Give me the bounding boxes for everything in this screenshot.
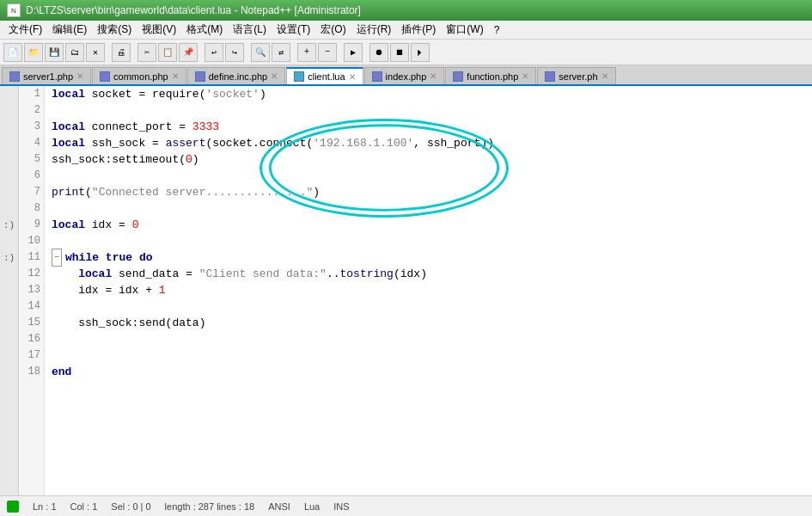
tab-close[interactable]: ✕ (522, 71, 528, 81)
code-line-16 (52, 331, 805, 347)
linenum-14: 14 (21, 298, 40, 315)
find-button[interactable]: 🔍 (251, 43, 270, 62)
code-line-1: local socket = require('socket') (52, 86, 805, 102)
tab-define-inc-php[interactable]: define.inc.php ✕ (187, 67, 286, 84)
tab-label: index.php (386, 71, 427, 82)
linenum-9: 9 (21, 217, 40, 233)
title-bar: N D:\LTZS\server\bin\gameworld\data\clie… (0, 0, 812, 21)
app-icon: N (7, 3, 21, 17)
linenum-18: 18 (21, 364, 40, 380)
tab-close[interactable]: ✕ (601, 71, 608, 81)
menu-search[interactable]: 搜索(S) (92, 21, 137, 39)
tab-close[interactable]: ✕ (172, 71, 179, 81)
tab-server1-php[interactable]: server1.php ✕ (2, 67, 91, 84)
margin-3 (0, 119, 19, 135)
code-line-3: local connect_port = 3333 (52, 119, 805, 135)
code-line-14 (52, 298, 805, 315)
line-numbers: 1 2 3 4 5 6 7 8 9 10 11 12 13 14 15 16 1… (19, 86, 45, 495)
linenum-11: 11 (21, 249, 40, 266)
margin-17 (0, 347, 19, 364)
open-button[interactable]: 📁 (24, 43, 43, 62)
record-button[interactable]: ⏺ (369, 43, 388, 62)
linenum-3: 3 (21, 119, 40, 135)
linenum-6: 6 (21, 168, 40, 184)
margin-10 (0, 233, 19, 249)
linenum-13: 13 (21, 282, 40, 298)
copy-button[interactable]: 📋 (158, 43, 177, 62)
new-button[interactable]: 📄 (3, 43, 22, 62)
menu-file[interactable]: 文件(F) (3, 21, 47, 39)
paste-button[interactable]: 📌 (179, 43, 198, 62)
code-line-10 (52, 233, 805, 249)
menu-plugins[interactable]: 插件(P) (396, 21, 441, 39)
code-line-7: print("Connected server...............") (52, 184, 805, 200)
tab-label: define.inc.php (209, 71, 268, 82)
run-button[interactable]: ▶ (344, 43, 363, 62)
close-button[interactable]: ✕ (86, 43, 105, 62)
php-file-icon (195, 71, 205, 82)
menu-format[interactable]: 格式(M) (181, 21, 228, 39)
linenum-1: 1 (21, 86, 40, 102)
menu-settings[interactable]: 设置(T) (272, 21, 315, 39)
margin-8 (0, 200, 19, 217)
margin-15 (0, 315, 19, 331)
editor-container: :) :) 1 2 3 4 5 6 7 8 9 10 11 12 13 14 1… (0, 86, 812, 495)
linenum-4: 4 (21, 135, 40, 151)
print-button[interactable]: 🖨 (112, 43, 131, 62)
linenum-16: 16 (21, 331, 40, 347)
status-insert: INS (333, 501, 349, 512)
status-marker (7, 501, 19, 513)
code-line-17 (52, 347, 805, 364)
redo-button[interactable]: ↪ (225, 43, 244, 62)
tab-label: server.ph (559, 71, 597, 82)
php-file-icon (100, 71, 110, 82)
menu-help[interactable]: ? (489, 22, 505, 38)
tab-client-lua[interactable]: client.lua ✕ (286, 67, 363, 84)
menu-run[interactable]: 运行(R) (351, 21, 397, 39)
linenum-8: 8 (21, 200, 40, 217)
zoom-in-button[interactable]: + (297, 43, 316, 62)
linenum-15: 15 (21, 315, 40, 331)
cut-button[interactable]: ✂ (137, 43, 156, 62)
undo-button[interactable]: ↩ (205, 43, 223, 62)
menu-view[interactable]: 视图(V) (137, 21, 181, 39)
menu-edit[interactable]: 编辑(E) (47, 21, 92, 39)
tab-close[interactable]: ✕ (349, 72, 356, 82)
play-macro-button[interactable]: ⏵ (411, 43, 430, 62)
tab-close[interactable]: ✕ (76, 71, 83, 81)
save-all-button[interactable]: 🗂 (65, 43, 84, 62)
tab-common-php[interactable]: common.php ✕ (92, 67, 186, 84)
replace-button[interactable]: ⇄ (272, 43, 290, 62)
tab-label: function.php (467, 71, 518, 82)
tab-label: server1.php (23, 71, 73, 82)
margin-12 (0, 266, 19, 282)
save-button[interactable]: 💾 (45, 43, 64, 62)
menu-macro[interactable]: 宏(O) (315, 21, 351, 39)
margin-11: :) (0, 249, 19, 266)
php-file-icon (545, 71, 555, 82)
left-margin: :) :) (0, 86, 19, 495)
code-line-8 (52, 200, 805, 217)
margin-5 (0, 151, 19, 168)
linenum-7: 7 (21, 184, 40, 200)
toolbar: 📄 📁 💾 🗂 ✕ 🖨 ✂ 📋 📌 ↩ ↪ 🔍 ⇄ + − ▶ ⏺ ⏹ ⏵ (0, 40, 812, 65)
linenum-12: 12 (21, 266, 40, 282)
code-line-2 (52, 102, 805, 119)
tab-index-php[interactable]: index.php ✕ (364, 67, 445, 84)
tab-server-ph[interactable]: server.ph ✕ (537, 67, 615, 84)
linenum-2: 2 (21, 102, 40, 119)
menu-language[interactable]: 语言(L) (228, 21, 272, 39)
php-file-icon (372, 71, 382, 82)
menu-window[interactable]: 窗口(W) (441, 21, 488, 39)
margin-2 (0, 102, 19, 119)
stop-button[interactable]: ⏹ (390, 43, 409, 62)
tab-close[interactable]: ✕ (271, 71, 278, 81)
code-area[interactable]: local socket = require('socket') local c… (45, 86, 812, 495)
margin-6 (0, 168, 19, 184)
zoom-out-button[interactable]: − (318, 43, 337, 62)
title-text: D:\LTZS\server\bin\gameworld\data\client… (26, 4, 361, 16)
tab-close[interactable]: ✕ (430, 71, 437, 81)
status-length: length : 287 lines : 18 (165, 501, 255, 512)
tab-function-php[interactable]: function.php ✕ (445, 67, 536, 84)
status-bar: Ln : 1 Col : 1 Sel : 0 | 0 length : 287 … (0, 495, 812, 516)
